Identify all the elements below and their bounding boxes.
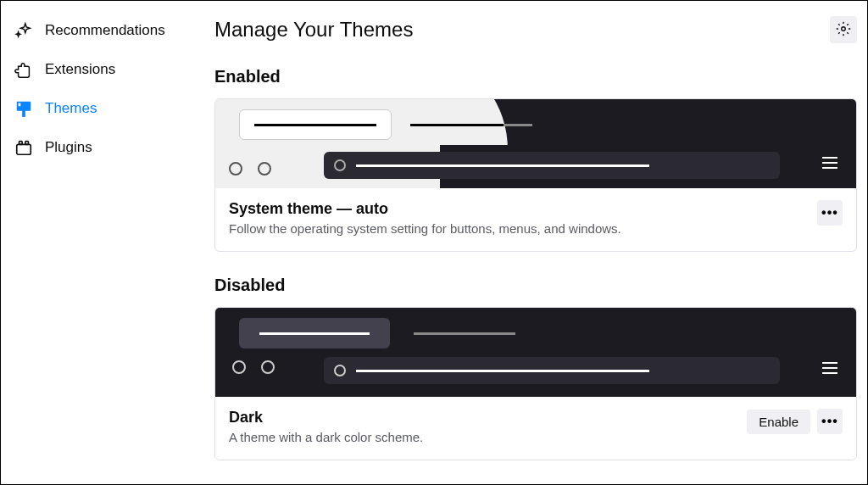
theme-card-system: System theme — auto Follow the operating… (214, 98, 857, 252)
sidebar-item-themes[interactable]: Themes (1, 89, 211, 128)
theme-description: A theme with a dark color scheme. (229, 430, 747, 444)
theme-description: Follow the operating system setting for … (229, 221, 817, 236)
gear-icon (836, 21, 851, 39)
sidebar-item-label: Plugins (45, 139, 92, 156)
sidebar-item-plugins[interactable]: Plugins (1, 128, 211, 167)
theme-name: Dark (229, 409, 747, 426)
settings-button[interactable] (830, 16, 857, 43)
ellipsis-icon: ••• (821, 205, 838, 220)
sidebar-item-label: Themes (45, 100, 97, 117)
paintbrush-icon (14, 99, 33, 118)
main-content: Manage Your Themes Enabled (211, 1, 867, 484)
hamburger-icon (822, 362, 837, 374)
section-title-disabled: Disabled (214, 276, 857, 295)
theme-name: System theme — auto (229, 200, 817, 218)
svg-point-4 (842, 26, 846, 31)
sidebar-item-label: Recommendations (45, 22, 165, 39)
plugin-icon (14, 138, 33, 157)
sparkle-icon (14, 21, 33, 40)
puzzle-icon (14, 60, 33, 79)
enable-button[interactable]: Enable (747, 410, 810, 434)
sidebar-item-extensions[interactable]: Extensions (1, 50, 211, 89)
svg-rect-3 (25, 142, 29, 145)
more-options-button[interactable]: ••• (817, 200, 843, 226)
ellipsis-icon: ••• (821, 414, 838, 429)
section-title-enabled: Enabled (214, 67, 857, 86)
more-options-button[interactable]: ••• (817, 409, 843, 434)
theme-card-dark: Dark A theme with a dark color scheme. E… (214, 307, 857, 460)
hamburger-icon (822, 157, 837, 169)
page-title: Manage Your Themes (214, 18, 413, 42)
sidebar: Recommendations Extensions Themes (1, 1, 211, 484)
svg-rect-0 (19, 103, 21, 107)
svg-rect-1 (17, 144, 31, 154)
sidebar-item-recommendations[interactable]: Recommendations (1, 11, 211, 50)
theme-preview (215, 308, 856, 397)
sidebar-item-label: Extensions (45, 61, 115, 78)
theme-preview (215, 99, 856, 188)
svg-rect-2 (19, 142, 23, 145)
